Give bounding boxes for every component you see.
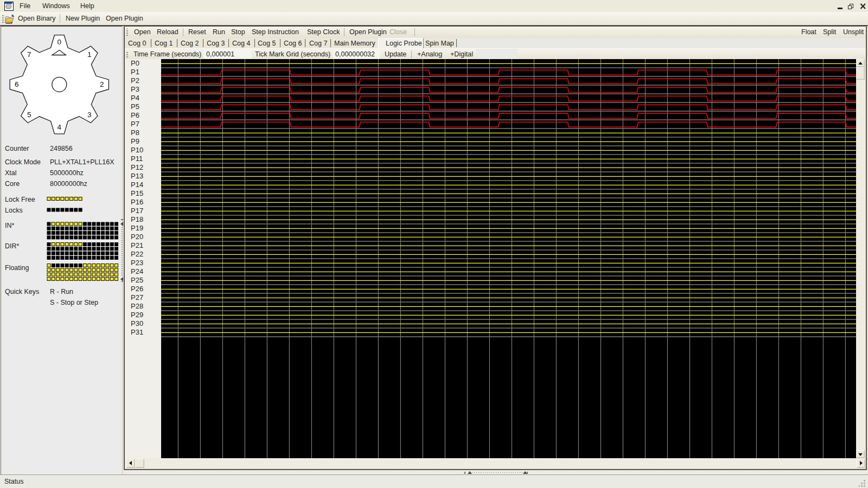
svg-text:2: 2 <box>100 80 104 88</box>
svg-text:1: 1 <box>87 50 92 59</box>
svg-text:3: 3 <box>87 111 92 119</box>
svg-text:4: 4 <box>58 123 62 131</box>
svg-text:6: 6 <box>15 80 19 88</box>
svg-text:5: 5 <box>27 111 31 119</box>
svg-text:7: 7 <box>27 50 31 59</box>
svg-text:0: 0 <box>58 38 62 46</box>
